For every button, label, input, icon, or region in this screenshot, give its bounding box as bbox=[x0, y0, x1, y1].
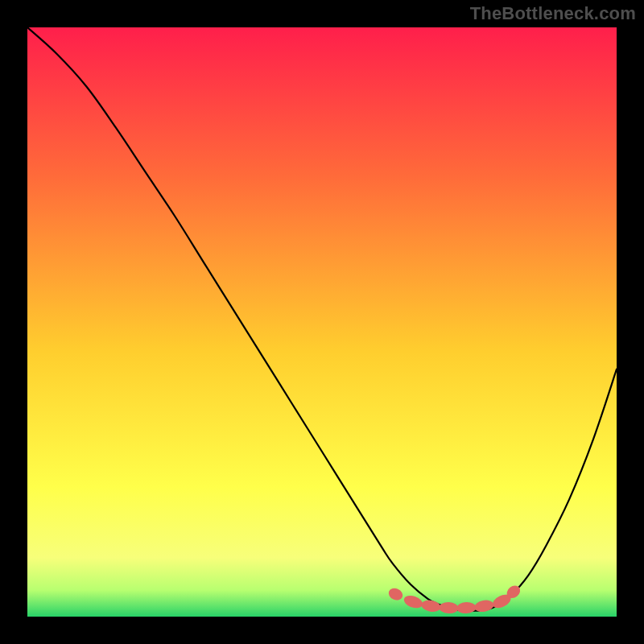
plot-area bbox=[27, 27, 617, 617]
chart-svg bbox=[27, 27, 617, 617]
svg-rect-0 bbox=[27, 27, 617, 617]
chart-frame: TheBottleneck.com bbox=[0, 0, 644, 644]
watermark-text: TheBottleneck.com bbox=[470, 3, 636, 24]
